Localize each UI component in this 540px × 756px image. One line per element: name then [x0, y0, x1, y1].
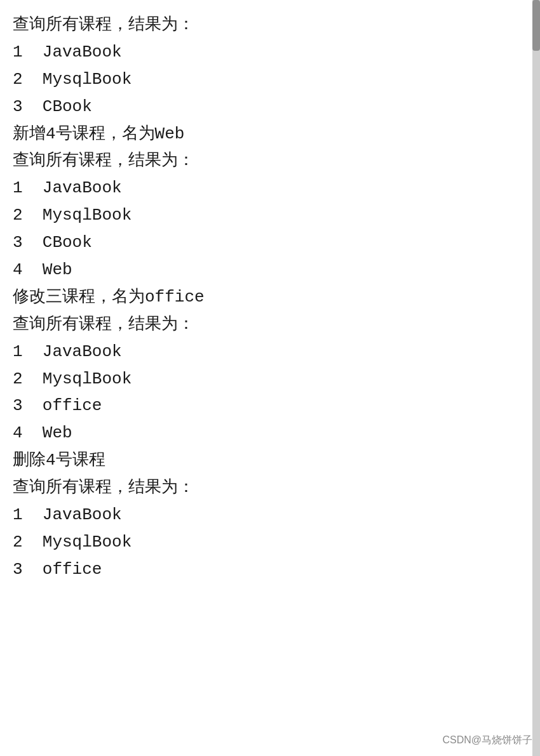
output-line: 查询所有课程，结果为： — [13, 11, 527, 39]
output-line: 2 MysqlBook — [13, 529, 527, 556]
output-line: 3 office — [13, 556, 527, 583]
output-content: 查询所有课程，结果为：1 JavaBook2 MysqlBook3 CBook新… — [13, 11, 527, 583]
scrollbar-thumb[interactable] — [532, 0, 540, 51]
output-line: 1 JavaBook — [13, 39, 527, 66]
output-line: 3 CBook — [13, 93, 527, 121]
output-line: 修改三课程，名为office — [13, 284, 527, 311]
output-line: 查询所有课程，结果为： — [13, 311, 527, 338]
output-line: 4 Web — [13, 420, 527, 447]
output-line: 删除4号课程 — [13, 447, 527, 474]
watermark-label: CSDN@马烧饼饼子 — [442, 732, 532, 748]
scrollbar[interactable] — [532, 0, 540, 756]
output-line: 1 JavaBook — [13, 501, 527, 529]
output-line: 2 MysqlBook — [13, 366, 527, 393]
output-line: 查询所有课程，结果为： — [13, 474, 527, 501]
output-line: 4 Web — [13, 256, 527, 284]
output-line: 查询所有课程，结果为： — [13, 147, 527, 175]
output-line: 1 JavaBook — [13, 338, 527, 366]
output-line: 新增4号课程，名为Web — [13, 121, 527, 148]
output-line: 3 office — [13, 392, 527, 420]
output-line: 1 JavaBook — [13, 175, 527, 202]
output-line: 2 MysqlBook — [13, 202, 527, 229]
output-line: 2 MysqlBook — [13, 66, 527, 93]
output-line: 3 CBook — [13, 229, 527, 256]
